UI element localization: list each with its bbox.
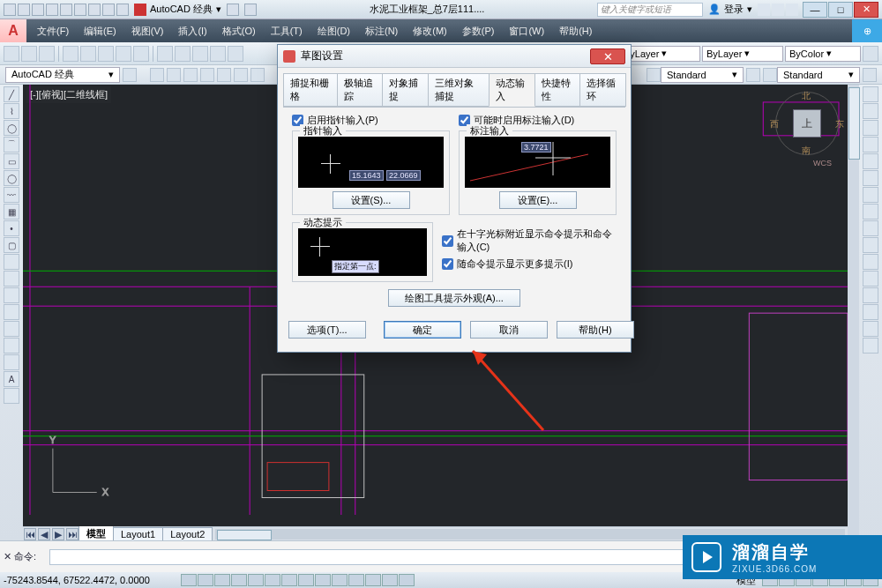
tool-icon[interactable] — [4, 287, 19, 303]
layout-tab-layout2[interactable]: Layout2 — [162, 527, 213, 541]
text-icon[interactable]: A — [4, 371, 19, 387]
status-toggle[interactable] — [198, 574, 213, 586]
qat-icon[interactable] — [4, 4, 16, 16]
tool-icon[interactable] — [183, 68, 198, 82]
ellipse-icon[interactable]: ◯ — [4, 170, 19, 186]
status-toggle[interactable] — [382, 574, 398, 586]
tool-icon[interactable] — [98, 46, 114, 62]
viewcube-face[interactable]: 上 — [793, 109, 821, 138]
dialog-close-button[interactable]: ✕ — [590, 48, 625, 64]
tool-icon[interactable] — [4, 321, 19, 337]
tab-polar[interactable]: 极轴追踪 — [337, 73, 384, 107]
cmdline-close-icon[interactable]: ✕ — [0, 551, 14, 562]
circle-icon[interactable]: ◯ — [4, 120, 19, 136]
dim-settings-button[interactable]: 设置(E)... — [499, 191, 577, 209]
tool-icon[interactable] — [863, 304, 878, 320]
tool-icon[interactable] — [647, 68, 661, 82]
status-toggle[interactable] — [348, 574, 364, 586]
status-toggle[interactable] — [231, 574, 247, 586]
menu-modify[interactable]: 修改(M) — [406, 22, 454, 41]
tool-icon[interactable] — [863, 170, 878, 186]
tab-osnap[interactable]: 对象捕捉 — [382, 73, 429, 107]
tool-icon[interactable] — [863, 120, 878, 136]
tool-icon[interactable] — [763, 68, 777, 82]
tab-nav-next[interactable]: ▶ — [52, 528, 64, 540]
tool-icon[interactable] — [234, 68, 248, 82]
menu-format[interactable]: 格式(O) — [215, 22, 263, 41]
tab-3dosnap[interactable]: 三维对象捕捉 — [428, 73, 490, 107]
menu-draw[interactable]: 绘图(D) — [310, 22, 357, 41]
dropdown-icon[interactable] — [786, 4, 798, 16]
status-toggle[interactable] — [298, 574, 314, 586]
tool-icon[interactable] — [157, 46, 173, 62]
tool-icon[interactable] — [863, 338, 878, 354]
qat-icon[interactable] — [102, 4, 115, 16]
checkbox-input[interactable] — [442, 235, 453, 247]
textstyle-combo[interactable]: Standard▾ — [661, 67, 744, 83]
tool-icon[interactable] — [4, 46, 19, 62]
layout-tab-layout1[interactable]: Layout1 — [113, 527, 163, 541]
tool-icon[interactable] — [863, 220, 878, 236]
menu-insert[interactable]: 插入(I) — [171, 22, 213, 41]
region-icon[interactable]: ▢ — [4, 237, 19, 253]
tool-icon[interactable] — [217, 68, 231, 82]
tool-icon[interactable] — [746, 68, 760, 82]
close-button[interactable]: ✕ — [854, 2, 878, 18]
tool-icon[interactable] — [4, 388, 19, 404]
menu-edit[interactable]: 编辑(E) — [77, 22, 123, 41]
tool-icon[interactable] — [863, 86, 878, 102]
dimstyle-combo[interactable]: Standard▾ — [777, 67, 860, 83]
more-prompt-checkbox[interactable]: 随命令提示显示更多提示(I) — [442, 257, 617, 271]
tool-icon[interactable] — [863, 153, 878, 169]
status-toggle[interactable] — [399, 574, 415, 586]
tool-icon[interactable] — [863, 137, 878, 153]
pointer-settings-button[interactable]: 设置(S)... — [333, 191, 410, 209]
tool-icon[interactable] — [863, 321, 878, 337]
menu-window[interactable]: 窗口(W) — [502, 22, 551, 41]
plotstyle-combo[interactable]: ByColor ▾ — [785, 46, 861, 62]
status-toggle[interactable] — [214, 574, 230, 586]
qat-icon[interactable] — [116, 4, 129, 16]
qat-icon[interactable] — [46, 4, 58, 16]
status-toggle[interactable] — [281, 574, 297, 586]
tool-icon[interactable] — [39, 46, 55, 62]
v-scrollbar[interactable] — [848, 85, 859, 540]
menu-help[interactable]: 帮助(H) — [552, 22, 599, 41]
cloud-extension-icon[interactable]: ⊕ — [852, 19, 882, 42]
qat-icon[interactable] — [227, 4, 239, 16]
menu-file[interactable]: 文件(F) — [30, 22, 76, 41]
tooltip-appearance-button[interactable]: 绘图工具提示外观(A)... — [388, 289, 520, 307]
help-icon[interactable] — [772, 4, 784, 16]
tool-icon[interactable] — [21, 46, 37, 62]
tool-icon[interactable] — [133, 46, 149, 62]
tool-icon[interactable] — [4, 271, 19, 287]
checkbox-input[interactable] — [442, 258, 453, 270]
qat-icon[interactable] — [32, 4, 44, 16]
workspace-switcher[interactable]: AutoCAD 经典 ▾ — [134, 3, 221, 16]
cursor-prompt-checkbox[interactable]: 在十字光标附近显示命令提示和命令输入(C) — [442, 227, 617, 254]
tool-icon[interactable] — [116, 46, 131, 62]
options-button[interactable]: 选项(T)... — [288, 321, 366, 339]
tool-icon[interactable] — [863, 68, 877, 82]
tool-icon[interactable] — [123, 68, 137, 82]
polyline-icon[interactable]: ⌇ — [4, 103, 19, 119]
login-button[interactable]: 👤 登录 ▾ — [708, 3, 752, 16]
spline-icon[interactable]: 〰 — [4, 187, 19, 203]
viewcube[interactable]: 上 北 南 东 西 WCS — [775, 92, 839, 155]
tab-selection-cycle[interactable]: 选择循环 — [579, 73, 626, 107]
tool-icon[interactable] — [63, 46, 78, 62]
tool-icon[interactable] — [250, 68, 265, 82]
dialog-titlebar[interactable]: 草图设置 ✕ — [278, 45, 631, 68]
tab-nav-first[interactable]: ⏮ — [24, 528, 36, 540]
qat-icon[interactable] — [18, 4, 30, 16]
app-logo-icon[interactable]: A — [0, 19, 26, 42]
menu-view[interactable]: 视图(V) — [124, 22, 171, 41]
workspace-combo[interactable]: AutoCAD 经典▾ — [5, 67, 120, 83]
tool-icon[interactable] — [210, 46, 226, 62]
tool-icon[interactable] — [863, 187, 878, 203]
status-toggle[interactable] — [248, 574, 264, 586]
cancel-button[interactable]: 取消 — [470, 321, 548, 339]
tool-icon[interactable] — [863, 254, 878, 270]
ok-button[interactable]: 确定 — [384, 321, 461, 339]
status-toggle[interactable] — [332, 574, 348, 586]
